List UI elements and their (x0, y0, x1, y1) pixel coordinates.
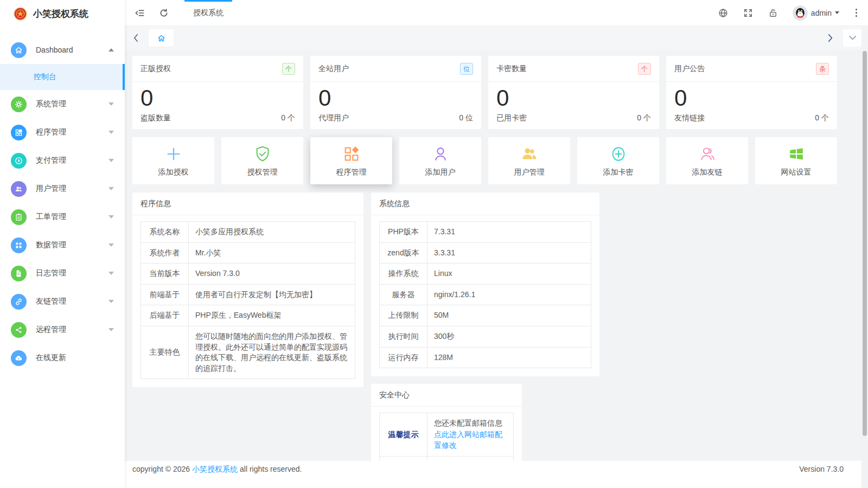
stat-card-site-users: 全站用户 位 0 代理用户 0 位 (310, 56, 481, 129)
table-row: 上传限制50M (380, 305, 591, 326)
stat-title: 用户公告 (674, 64, 705, 74)
shortcuts-row: 添加授权 授权管理 程序管理 添加用户 用户管理 添加卡密 添加友链 网站设置 (132, 137, 854, 184)
stat-footer-label: 盗版数量 (141, 113, 171, 123)
topbar-right: admin (718, 0, 868, 25)
shortcut-program-management[interactable]: 程序管理 (310, 137, 392, 184)
shortcut-license-management[interactable]: 授权管理 (221, 137, 303, 184)
sidebar-item-workorder-management[interactable]: 工单管理 (0, 203, 125, 231)
version-label: Version 7.3.0 (799, 465, 844, 473)
table-row: 主要特色您可以随时随地的面向您的用户添加授权、管理授权。此外还可以通过简单的配置… (141, 326, 355, 378)
sidebar-item-label: 远程管理 (36, 325, 66, 335)
page-tabs-bar (125, 26, 861, 50)
back-arrow-icon[interactable] (130, 34, 141, 42)
sidebar-item-label: 系统管理 (36, 99, 66, 109)
users-icon (11, 181, 27, 197)
chevron-down-icon (108, 102, 114, 106)
sidebar-item-program-management[interactable]: 程序管理 (0, 118, 125, 146)
chevron-down-icon (108, 328, 114, 331)
cloud-icon (11, 350, 27, 366)
document-icon (11, 266, 27, 281)
program-info-panel: 程序信息 系统名称小笑多应用授权系统 系统作者Mr.小笑 当前版本Version… (132, 192, 363, 387)
security-table: 温馨提示 您还未配置邮箱信息点此进入网站邮箱配置修改 (379, 413, 514, 461)
sidebar-item-remote-management[interactable]: 远程管理 (0, 316, 125, 344)
forward-arrow-icon[interactable] (825, 34, 835, 42)
main-content: 正版授权 个 0 盗版数量 0 个 全站用户 位 0 代理用户 0 位 卡密数量 (125, 50, 861, 461)
payment-icon: ¥ (11, 153, 27, 169)
chevron-up-icon (108, 48, 114, 52)
person-icon (431, 145, 450, 163)
scrollbar-track (861, 50, 868, 488)
stat-footer-value: 0 位 (459, 113, 473, 123)
sidebar-item-label: 友链管理 (36, 297, 66, 306)
sidebar-item-label: 日志管理 (36, 268, 66, 278)
panel-title: 程序信息 (132, 192, 363, 215)
lock-icon[interactable] (768, 8, 778, 18)
chevron-down-icon (108, 159, 114, 162)
plus-icon (164, 145, 183, 163)
security-mail-config-link[interactable]: 点此进入网站邮箱配置修改 (434, 430, 502, 450)
stat-value: 0 (310, 82, 481, 111)
stats-row: 正版授权 个 0 盗版数量 0 个 全站用户 位 0 代理用户 0 位 卡密数量 (132, 56, 854, 129)
sidebar-item-label: 用户管理 (36, 184, 66, 194)
table-row: 当前版本Version 7.3.0 (141, 264, 355, 285)
system-info-panel: 系统信息 PHP版本7.3.31 zend版本3.3.31 操作系统Linux … (371, 192, 599, 376)
chevron-down-icon (108, 272, 114, 275)
shortcut-add-friend-link[interactable]: 添加友链 (666, 137, 748, 184)
stat-card-user-announcements: 用户公告 条 0 友情链接 0 个 (666, 56, 837, 129)
shortcut-user-management[interactable]: 用户管理 (488, 137, 570, 184)
home-icon (11, 42, 27, 58)
sidebar-item-friendlink-management[interactable]: 友链管理 (0, 287, 125, 316)
table-row: 前端基于使用者可自行开发定制【均无加密】 (141, 284, 355, 305)
sidebar-item-payment-management[interactable]: ¥ 支付管理 (0, 146, 125, 175)
shortcut-add-license[interactable]: 添加授权 (132, 137, 214, 184)
svg-text:¥: ¥ (17, 158, 20, 163)
sidebar-item-console-active[interactable]: 控制台 (0, 64, 125, 90)
stat-footer-label: 友情链接 (674, 113, 705, 123)
sidebar-item-dashboard[interactable]: Dashboard (0, 36, 125, 64)
sidebar-collapse-icon[interactable] (135, 8, 145, 18)
user-menu[interactable]: admin (793, 5, 839, 21)
table-row: 运行内存128M (380, 347, 591, 368)
refresh-icon[interactable] (158, 8, 169, 18)
status-badge: 条 (816, 63, 829, 75)
data-grid-icon (11, 237, 27, 253)
avatar (793, 5, 808, 21)
status-badge: 个 (282, 63, 295, 75)
table-row: 后端基于PHP原生，EasyWeb框架 (141, 305, 355, 326)
tab-list-chevron-icon[interactable] (843, 29, 861, 47)
apps-diamond-icon (342, 145, 361, 163)
gear-icon (11, 97, 27, 112)
fullscreen-icon[interactable] (743, 8, 754, 18)
table-row: 温馨提示 您还未配置邮箱信息点此进入网站邮箱配置修改 (380, 413, 514, 457)
security-message: 您还未配置邮箱信息 (434, 418, 507, 429)
sidebar-item-label: 工单管理 (36, 212, 66, 222)
chevron-down-icon (108, 243, 114, 247)
shortcut-add-user[interactable]: 添加用户 (399, 137, 481, 184)
panel-title: 安全中心 (371, 384, 522, 407)
sidebar-item-online-update[interactable]: 在线更新 (0, 344, 125, 372)
sidebar-item-label: 数据管理 (36, 240, 66, 250)
shield-check-icon (253, 145, 272, 163)
tab-authorization-system[interactable]: 授权系统 (184, 0, 232, 26)
shortcut-add-card-key[interactable]: 添加卡密 (577, 137, 659, 184)
stat-footer-label: 已用卡密 (496, 113, 527, 123)
sidebar-item-user-management[interactable]: 用户管理 (0, 175, 125, 203)
brand-link[interactable]: 小笑授权系统 (192, 465, 238, 474)
stat-title: 正版授权 (141, 64, 171, 74)
sidebar-item-label: Dashboard (36, 46, 73, 54)
sidebar-item-data-management[interactable]: 数据管理 (0, 231, 125, 259)
sidebar-item-label: 程序管理 (36, 127, 66, 137)
home-tab[interactable] (149, 29, 174, 47)
stat-title: 全站用户 (318, 64, 349, 74)
shortcut-site-settings[interactable]: 网站设置 (755, 137, 837, 184)
sidebar-item-log-management[interactable]: 日志管理 (0, 259, 125, 287)
more-dots-icon[interactable] (853, 7, 859, 19)
chevron-down-icon (108, 187, 114, 190)
stat-card-genuine-license: 正版授权 个 0 盗版数量 0 个 (132, 56, 303, 129)
scrollbar-thumb[interactable] (863, 51, 867, 436)
sidebar-item-system-management[interactable]: 系统管理 (0, 90, 125, 118)
globe-icon[interactable] (718, 8, 729, 18)
right-panels-column: 系统信息 PHP版本7.3.31 zend版本3.3.31 操作系统Linux … (371, 192, 599, 461)
status-badge: 个 (638, 63, 651, 75)
status-badge: 位 (460, 63, 473, 75)
